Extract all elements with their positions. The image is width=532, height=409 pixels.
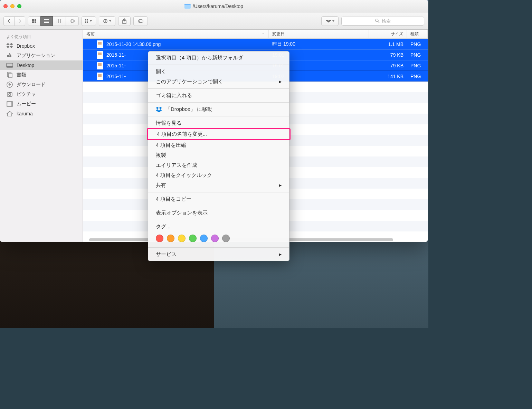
sidebar-item-label: karuma xyxy=(17,111,33,116)
menu-services[interactable]: サービス▶ xyxy=(148,249,289,259)
file-thumbnail-icon xyxy=(97,73,103,80)
back-button[interactable] xyxy=(3,16,15,26)
dropbox-toolbar-button[interactable] xyxy=(321,16,339,26)
svg-rect-29 xyxy=(9,73,12,78)
sidebar-item-label: ダウンロード xyxy=(17,82,46,88)
view-list-button[interactable] xyxy=(40,16,53,26)
sidebar-item-label: Dropbox xyxy=(17,43,35,49)
menu-copy[interactable]: 4 項目をコピー xyxy=(148,194,289,204)
menu-duplicate[interactable]: 複製 xyxy=(148,150,289,160)
menu-make-alias[interactable]: エイリアスを作成 xyxy=(148,160,289,170)
close-button[interactable] xyxy=(3,4,8,8)
svg-rect-18 xyxy=(87,22,88,23)
search-placeholder: 検索 xyxy=(382,18,391,24)
share-button[interactable] xyxy=(118,16,131,26)
tags-button[interactable] xyxy=(133,16,148,26)
menu-separator xyxy=(148,116,289,116)
desktop-icon xyxy=(6,62,13,68)
svg-rect-13 xyxy=(85,19,86,20)
svg-rect-31 xyxy=(7,93,12,96)
file-row[interactable]: 2015-11-20 14.30.06.png昨日 19:001.1 MBPNG xyxy=(83,39,428,49)
context-menu: 選択項目（4 項目）から新規フォルダ 開く このアプリケーションで開く▶ ゴミ箱… xyxy=(148,51,289,261)
svg-rect-4 xyxy=(44,19,49,20)
svg-rect-14 xyxy=(85,20,86,21)
menu-open[interactable]: 開く xyxy=(148,67,289,77)
titlebar[interactable]: /Users/karuma/Desktop xyxy=(0,0,428,12)
column-header-size[interactable]: サイズ xyxy=(369,30,407,38)
menu-separator xyxy=(148,102,289,103)
view-icons-button[interactable] xyxy=(28,16,40,26)
tag-color-dot[interactable] xyxy=(178,235,186,242)
column-header-name[interactable]: 名前ˆ xyxy=(83,30,269,38)
search-field[interactable]: 検索 xyxy=(341,17,424,26)
sidebar-item-movies[interactable]: ムービー xyxy=(0,99,83,109)
file-size-label: 79 KB xyxy=(369,63,407,68)
menu-tags[interactable]: タグ... xyxy=(148,222,289,232)
sidebar-item-desktop[interactable]: Desktop xyxy=(0,60,83,70)
menu-share[interactable]: 共有▶ xyxy=(148,180,289,190)
tag-color-dot[interactable] xyxy=(200,235,208,242)
tag-color-dot[interactable] xyxy=(211,235,219,242)
svg-rect-0 xyxy=(32,19,34,21)
window-controls xyxy=(3,4,21,8)
file-size-label: 79 KB xyxy=(369,52,407,58)
sidebar-item-home[interactable]: karuma xyxy=(0,109,83,118)
sidebar-item-pictures[interactable]: ピクチャ xyxy=(0,89,83,99)
svg-rect-7 xyxy=(57,19,58,23)
svg-point-23 xyxy=(139,20,140,21)
maximize-button[interactable] xyxy=(17,4,21,8)
dropbox-icon xyxy=(156,107,162,112)
minimize-button[interactable] xyxy=(10,4,15,8)
search-icon xyxy=(375,19,380,23)
file-date-label: 昨日 19:00 xyxy=(269,41,369,47)
menu-separator xyxy=(148,220,289,220)
view-columns-button[interactable] xyxy=(53,16,66,26)
file-kind-label: PNG xyxy=(407,74,428,79)
downloads-icon xyxy=(6,82,13,88)
sidebar-item-apps[interactable]: アプリケーション xyxy=(0,51,83,60)
menu-separator xyxy=(148,247,289,248)
tag-color-dot[interactable] xyxy=(222,235,230,242)
svg-rect-1 xyxy=(35,19,36,21)
menu-separator xyxy=(148,192,289,192)
svg-rect-22 xyxy=(138,20,143,22)
svg-rect-3 xyxy=(35,21,36,23)
view-coverflow-button[interactable] xyxy=(66,16,79,26)
menu-show-view-options[interactable]: 表示オプションを表示 xyxy=(148,208,289,218)
column-header-date[interactable]: 変更日 xyxy=(269,30,369,38)
svg-rect-9 xyxy=(61,19,62,23)
svg-rect-6 xyxy=(44,22,49,23)
svg-line-25 xyxy=(378,21,379,23)
menu-open-with[interactable]: このアプリケーションで開く▶ xyxy=(148,77,289,87)
menu-move-to-trash[interactable]: ゴミ箱に入れる xyxy=(148,91,289,101)
menu-new-folder-from-selection[interactable]: 選択項目（4 項目）から新規フォルダ xyxy=(148,53,289,63)
menu-get-info[interactable]: 情報を見る xyxy=(148,118,289,128)
file-thumbnail-icon xyxy=(97,62,103,69)
sort-arrow-icon: ˆ xyxy=(263,32,264,36)
sidebar: よく使う項目 DropboxアプリケーションDesktop書類ダウンロードピクチ… xyxy=(0,30,83,242)
file-name-label: 2015-11- xyxy=(106,52,126,58)
tag-color-dot[interactable] xyxy=(156,235,163,242)
sidebar-item-label: ピクチャ xyxy=(17,91,36,97)
sidebar-item-docs[interactable]: 書類 xyxy=(0,70,83,80)
action-button[interactable] xyxy=(99,16,115,26)
menu-move-to-dropbox[interactable]: 「Dropbox」 に移動 xyxy=(148,104,289,114)
sidebar-item-downloads[interactable]: ダウンロード xyxy=(0,80,83,89)
svg-rect-15 xyxy=(85,22,86,23)
sidebar-item-dropbox[interactable]: Dropbox xyxy=(0,41,83,51)
menu-quicklook[interactable]: 4 項目をクイックルック xyxy=(148,170,289,180)
menu-compress[interactable]: 4 項目を圧縮 xyxy=(148,140,289,150)
forward-button[interactable] xyxy=(15,16,25,26)
menu-rename-highlight: 4 項目の名前を変更... xyxy=(147,128,291,140)
dropbox-icon xyxy=(6,43,13,49)
docs-icon xyxy=(6,72,13,78)
menu-rename-items[interactable]: 4 項目の名前を変更... xyxy=(148,129,289,139)
column-header-kind[interactable]: 種類 xyxy=(407,30,428,38)
arrange-button[interactable] xyxy=(82,16,96,26)
svg-point-32 xyxy=(9,94,11,96)
file-thumbnail-icon xyxy=(97,40,103,48)
sidebar-item-label: アプリケーション xyxy=(17,53,55,59)
tag-color-dot[interactable] xyxy=(167,235,174,242)
sidebar-item-label: ムービー xyxy=(17,101,36,107)
tag-color-dot[interactable] xyxy=(189,235,197,242)
